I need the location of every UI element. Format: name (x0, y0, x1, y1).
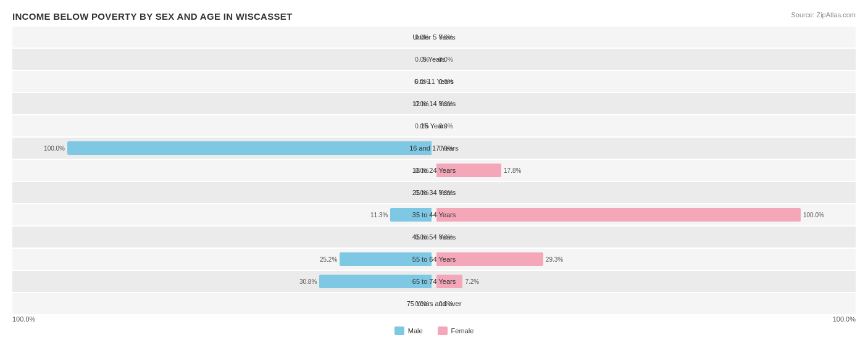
male-label: Male (408, 327, 423, 335)
female-value: 0.0% (439, 123, 453, 130)
male-value: 0.0% (415, 301, 429, 307)
male-side: 0.0% (415, 115, 434, 136)
female-bar (436, 252, 543, 266)
bar-row: 0.0%25 to 34 Years0.0% (12, 182, 856, 203)
female-side: 0.0% (434, 138, 453, 159)
female-side: 0.0% (434, 182, 453, 203)
legend: Male Female (12, 326, 856, 335)
chart-container: INCOME BELOW POVERTY BY SEX AND AGE IN W… (0, 0, 868, 345)
female-side: 0.0% (434, 293, 453, 314)
male-value: 11.3% (370, 212, 388, 218)
female-value: 0.0% (439, 56, 453, 63)
bars-area: 0.0%Under 5 Years0.0%0.0%5 Years0.0%0.0%… (12, 27, 856, 314)
female-side: 0.0% (434, 227, 453, 247)
male-value: 0.0% (415, 167, 429, 174)
female-side: 0.0% (434, 115, 453, 136)
female-value: 29.3% (546, 256, 563, 263)
female-value: 0.0% (439, 145, 453, 152)
female-side: 100.0% (434, 204, 824, 225)
source-label: Source: ZipAtlas.com (791, 11, 856, 19)
male-value: 30.8% (299, 278, 317, 285)
male-value: 0.0% (415, 34, 429, 41)
female-value: 0.0% (439, 78, 453, 85)
legend-male: Male (394, 326, 423, 335)
bar-row: 0.0%5 Years0.0% (12, 49, 856, 70)
bar-row: 0.0%75 Years and over0.0% (12, 293, 856, 314)
bar-row: 100.0%16 and 17 Years0.0% (12, 138, 856, 159)
male-side: 30.8% (299, 271, 434, 292)
male-side: 100.0% (44, 138, 434, 159)
male-side: 0.0% (415, 27, 434, 48)
female-value: 100.0% (803, 212, 824, 218)
female-bar (436, 208, 801, 222)
female-side: 0.0% (434, 49, 453, 70)
bar-row: 0.0%18 to 24 Years17.8% (12, 160, 856, 181)
female-label: Female (451, 327, 474, 335)
female-icon (438, 326, 448, 335)
male-side: 0.0% (415, 160, 434, 181)
total-male: 100.0% (12, 315, 35, 323)
bar-row: 0.0%Under 5 Years0.0% (12, 27, 856, 48)
male-side: 0.0% (415, 49, 434, 70)
bar-row: 0.0%6 to 11 Years0.0% (12, 71, 856, 92)
male-side: 11.3% (370, 204, 434, 225)
bar-row: 0.0%45 to 54 Years0.0% (12, 227, 856, 247)
female-side: 0.0% (434, 93, 453, 114)
male-side: 0.0% (415, 227, 434, 247)
bar-row: 0.0%15 Years0.0% (12, 115, 856, 136)
male-value: 0.0% (415, 189, 429, 196)
male-bar (67, 141, 432, 155)
female-value: 0.0% (439, 101, 453, 107)
male-side: 0.0% (415, 93, 434, 114)
female-value: 7.2% (465, 278, 479, 285)
bar-row: 25.2%55 to 64 Years29.3% (12, 249, 856, 270)
bar-row: 30.8%65 to 74 Years7.2% (12, 271, 856, 292)
male-bar (390, 208, 432, 222)
bar-row: 0.0%12 to 14 Years0.0% (12, 93, 856, 114)
male-value: 100.0% (44, 145, 65, 152)
bar-row: 11.3%35 to 44 Years100.0% (12, 204, 856, 225)
male-value: 25.2% (320, 256, 337, 263)
total-female: 100.0% (833, 315, 856, 323)
male-bar (340, 252, 432, 266)
male-value: 0.0% (415, 78, 429, 85)
female-value: 17.8% (504, 167, 521, 174)
male-side: 0.0% (415, 293, 434, 314)
legend-female: Female (438, 326, 474, 335)
female-side: 0.0% (434, 71, 453, 92)
male-side: 0.0% (415, 182, 434, 203)
male-bar (319, 275, 432, 288)
totals-row: 100.0% 100.0% (12, 315, 856, 323)
chart-title: INCOME BELOW POVERTY BY SEX AND AGE IN W… (12, 11, 856, 22)
male-value: 0.0% (415, 123, 429, 130)
female-side: 29.3% (434, 249, 563, 270)
female-side: 7.2% (434, 271, 479, 292)
male-side: 0.0% (415, 71, 434, 92)
female-value: 0.0% (439, 189, 453, 196)
female-value: 0.0% (439, 234, 453, 241)
female-value: 0.0% (439, 34, 453, 41)
male-side: 25.2% (320, 249, 434, 270)
male-value: 0.0% (415, 56, 429, 63)
male-value: 0.0% (415, 234, 429, 241)
male-value: 0.0% (415, 101, 429, 107)
male-icon (394, 326, 404, 335)
female-value: 0.0% (439, 301, 453, 307)
female-bar (436, 164, 501, 177)
female-bar (436, 275, 462, 288)
female-side: 0.0% (434, 27, 453, 48)
female-side: 17.8% (434, 160, 521, 181)
